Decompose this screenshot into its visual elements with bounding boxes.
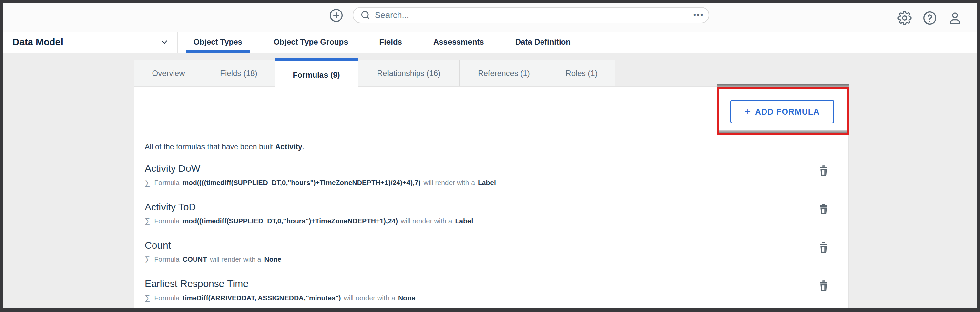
formula-label: Formula [154, 294, 180, 302]
subtab-overview[interactable]: Overview [134, 60, 203, 86]
sigma-icon: ∑ [145, 216, 150, 225]
formula-expression: mod((((timediff(SUPPLIED_DT,0,"hours")+T… [182, 179, 420, 187]
subtab-fields[interactable]: Fields (18) [203, 60, 275, 86]
formula-row: Count ∑ Formula COUNT will render with a… [134, 233, 848, 271]
main-nav-tabs: Object Types Object Type Groups Fields A… [178, 32, 579, 53]
add-formula-label: ADD FORMULA [755, 107, 819, 117]
nav-header: Data Model Object Types Object Type Grou… [3, 32, 977, 53]
tab-object-types[interactable]: Object Types [186, 32, 250, 53]
formula-detail: ∑ Formula COUNT will render with a None [145, 255, 806, 264]
settings-gear-icon[interactable] [897, 11, 912, 25]
render-label: will render with a [401, 217, 452, 225]
formula-detail: ∑ Formula timeDiff(ARRIVEDDAT, ASSIGNEDD… [145, 293, 806, 302]
search-placeholder: Search... [375, 10, 409, 20]
tab-fields[interactable]: Fields [372, 32, 410, 53]
plus-icon: + [745, 107, 751, 117]
formulas-intro-text: All of the formulas that have been built… [145, 142, 304, 151]
subtab-relationships[interactable]: Relationships (16) [358, 60, 460, 86]
delete-formula-icon[interactable] [818, 165, 829, 176]
add-formula-button[interactable]: + ADD FORMULA [730, 100, 834, 123]
formula-row: Activity ToD ∑ Formula mod((timediff(SUP… [134, 194, 848, 233]
formula-expression: mod((timediff(SUPPLIED_DT,0,"hours")+Tim… [182, 217, 398, 225]
formula-expression: timeDiff(ARRIVEDDAT, ASSIGNEDDA,"minutes… [182, 294, 341, 302]
formula-name: Count [145, 240, 806, 251]
formula-detail: ∑ Formula mod((timediff(SUPPLIED_DT,0,"h… [145, 216, 806, 225]
formula-expression: COUNT [182, 256, 207, 263]
sigma-icon: ∑ [145, 293, 150, 302]
tab-object-type-groups[interactable]: Object Type Groups [266, 32, 356, 53]
screenshot-frame: Search... ••• Data Model Object Types Ob… [0, 0, 980, 312]
help-icon[interactable] [923, 11, 937, 25]
delete-formula-icon[interactable] [818, 203, 829, 215]
tab-data-definition[interactable]: Data Definition [508, 32, 579, 53]
delete-formula-icon[interactable] [818, 280, 829, 292]
subtab-roles[interactable]: Roles (1) [548, 60, 615, 86]
annotation-highlight-box: + ADD FORMULA [717, 87, 849, 134]
delete-formula-icon[interactable] [818, 242, 829, 253]
search-icon [360, 10, 370, 20]
subtab-formulas[interactable]: Formulas (9) [275, 58, 358, 88]
formula-detail: ∑ Formula mod((((timediff(SUPPLIED_DT,0,… [145, 178, 806, 187]
formula-label: Formula [154, 179, 180, 187]
formula-label: Formula [154, 217, 180, 225]
data-model-dropdown[interactable]: Data Model [3, 32, 178, 53]
render-type: Label [455, 217, 473, 225]
page-body: Overview Fields (18) Formulas (9) Relati… [3, 53, 977, 308]
search-input[interactable]: Search... ••• [353, 7, 710, 23]
create-icon[interactable] [329, 8, 344, 22]
formula-name: Activity ToD [145, 201, 806, 213]
render-label: will render with a [423, 179, 474, 187]
formula-list: Activity DoW ∑ Formula mod((((timediff(S… [134, 156, 848, 308]
formula-name: Earliest Response Time [145, 278, 806, 290]
page-title: Data Model [13, 37, 63, 48]
user-profile-icon[interactable] [948, 11, 962, 25]
render-type: None [264, 256, 282, 263]
search-options-icon[interactable]: ••• [688, 8, 709, 22]
subtab-references[interactable]: References (1) [460, 60, 548, 86]
render-label: will render with a [210, 256, 261, 263]
chevron-down-icon [160, 37, 169, 46]
top-bar: Search... ••• [3, 3, 977, 32]
render-type: Label [478, 179, 496, 187]
render-type: None [398, 294, 415, 302]
object-type-subtabs: Overview Fields (18) Formulas (9) Relati… [134, 60, 615, 90]
tab-assessments[interactable]: Assessments [425, 32, 492, 53]
formula-row: Earliest Response Time ∑ Formula timeDif… [134, 271, 848, 308]
sigma-icon: ∑ [145, 255, 150, 264]
formula-name: Activity DoW [145, 163, 806, 174]
formula-label: Formula [154, 256, 180, 263]
sigma-icon: ∑ [145, 178, 150, 187]
formula-row: Activity DoW ∑ Formula mod((((timediff(S… [134, 156, 848, 194]
render-label: will render with a [344, 294, 395, 302]
